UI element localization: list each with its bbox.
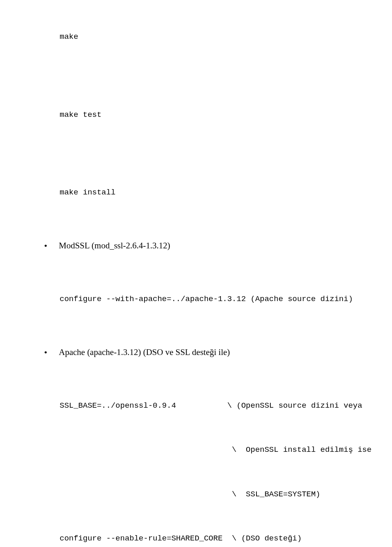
bullet-item-apache: Apache (apache-1.3.12) (DSO ve SSL deste… [4,346,388,359]
code-line: \ OpenSSL install edilmiş ise [60,442,388,457]
code-line: make install [60,185,388,200]
code-line: make test [60,107,388,122]
bullet-list: ModSSL (mod_ssl-2.6.4-1.3.12) [4,239,388,252]
code-block-modssl-configure: configure --with-apache=../apache-1.3.12… [60,262,388,336]
bullet-item-modssl: ModSSL (mod_ssl-2.6.4-1.3.12) [4,239,388,252]
bullet-text: ModSSL (mod_ssl-2.6.4-1.3.12) [59,241,170,250]
document-page: make make test make install ModSSL (mod_… [0,0,392,547]
code-line: \ SSL_BASE=SYSTEM) [60,487,388,502]
bullet-text: Apache (apache-1.3.12) (DSO ve SSL deste… [59,347,230,357]
code-line: SSL_BASE=../openssl-0.9.4 \ (OpenSSL sou… [60,398,388,413]
code-line: configure --with-apache=../apache-1.3.12… [60,292,388,306]
code-line: make [60,29,388,44]
code-block-apache-configure: SSL_BASE=../openssl-0.9.4 \ (OpenSSL sou… [60,369,388,547]
bullet-list: Apache (apache-1.3.12) (DSO ve SSL deste… [4,346,388,359]
code-block-openssl: make make test make install [60,0,388,229]
code-line: configure --enable-rule=SHARED_CORE \ (D… [60,531,388,546]
